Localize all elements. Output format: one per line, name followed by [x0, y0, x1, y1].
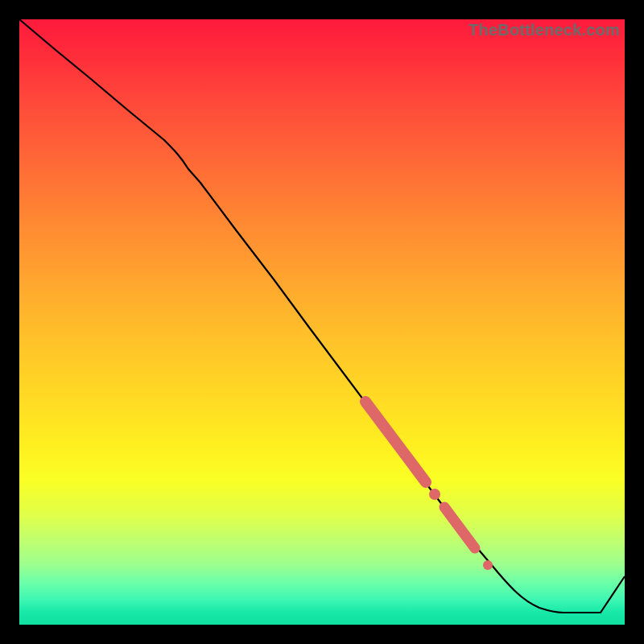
highlight-dot-2 — [483, 560, 493, 570]
bottleneck-curve — [19, 19, 625, 613]
chart-overlay — [19, 19, 625, 625]
highlight-dot-1 — [429, 489, 440, 500]
highlight-segments — [365, 402, 493, 570]
highlight-segment-1 — [365, 402, 426, 482]
highlight-segment-2 — [444, 507, 475, 548]
chart-frame: TheBottleneck.com — [19, 19, 625, 625]
